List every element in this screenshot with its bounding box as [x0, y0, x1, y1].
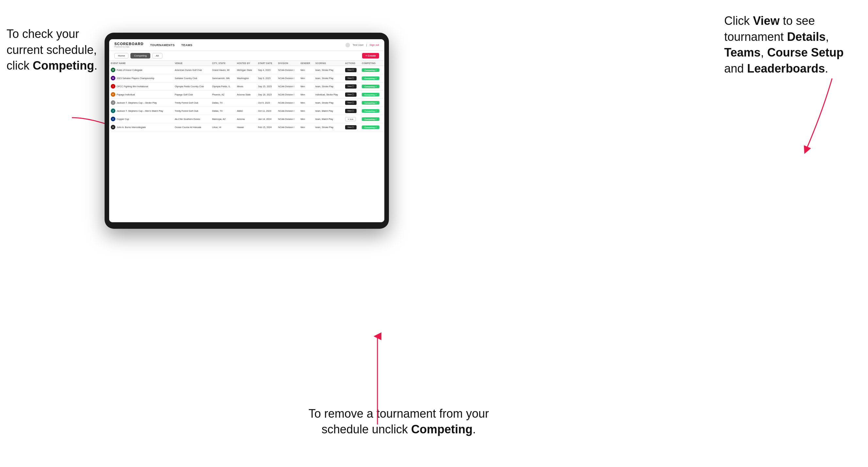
col-actions: ACTIONS [343, 61, 360, 66]
cell-event-name: PPapago Individual [109, 91, 173, 99]
nav-signout[interactable]: Sign out [370, 43, 379, 46]
view-button[interactable]: View ⓘ [345, 109, 356, 113]
competing-button[interactable]: Competing ✓ [362, 117, 379, 121]
view-button[interactable]: View ⓘ [345, 76, 356, 81]
cell-venue: American Dunes Golf Club [173, 66, 211, 74]
col-start-date: START DATE [256, 61, 277, 66]
logo-subtitle: Powered by clipp [114, 46, 144, 48]
cell-gender: Men [299, 66, 314, 74]
annotation-coursesetup-bold: Course Setup [767, 46, 843, 59]
cell-division: NCAA Division I [277, 107, 299, 115]
event-name-text: Copper Cup [117, 118, 129, 120]
competing-button[interactable]: Competing ✓ [362, 93, 379, 96]
cell-city: Maricopa, AZ [211, 115, 235, 123]
tab-home[interactable]: Home [114, 53, 128, 59]
cell-city: Phoenix, AZ [211, 91, 235, 99]
view-button[interactable]: View ⓘ [345, 101, 356, 105]
cell-event-name: JJackson T. Stephens Cup – Men's Match P… [109, 107, 173, 115]
cell-venue: Trinity Forest Golf Club [173, 99, 211, 107]
cell-division: NCAA Division I [277, 115, 299, 123]
table-row: JJackson T. Stephens Cup – Men's Match P… [109, 107, 384, 115]
event-name-text: Jackson T. Stephens Cup – Stroke Play [117, 102, 157, 104]
competing-button[interactable]: Competing ✓ [362, 68, 379, 72]
cell-competing: Competing ✓ [360, 123, 384, 131]
event-name-text: 2023 Sahalee Players Championship [117, 77, 154, 80]
cell-gender: Men [299, 99, 314, 107]
view-button[interactable]: View ⓘ [345, 125, 356, 129]
event-name-text: John A. Burns Intercollegiate [117, 126, 146, 128]
tablet-device: SCOREBOARD Powered by clipp TOURNAMENTS … [104, 33, 389, 229]
table-row: ACopper CupAk-Chin Southern DunesMaricop… [109, 115, 384, 123]
col-hosted-by: HOSTED BY [235, 61, 256, 66]
col-gender: GENDER [299, 61, 314, 66]
cell-hosted: Arizona [235, 115, 256, 123]
cell-actions: View ⓘ [343, 107, 360, 115]
cell-actions: View ⓘ [343, 82, 360, 91]
team-logo: J [111, 108, 115, 113]
cell-competing: Competing ✓ [360, 74, 384, 82]
cell-start-date: Sep 4, 2023 [256, 66, 277, 74]
annotation-details-bold: Details [787, 30, 826, 43]
cell-scoring: team, Match Play [314, 115, 343, 123]
edit-button[interactable]: ✏ Edit [345, 117, 356, 121]
cell-event-name: HJohn A. Burns Intercollegiate [109, 123, 173, 131]
col-venue: VENUE [173, 61, 211, 66]
cell-division: NCAA Division I [277, 66, 299, 74]
tab-competing[interactable]: Competing [130, 53, 150, 59]
cell-division: NCAA Division I [277, 82, 299, 91]
cell-competing: Competing ✓ [360, 66, 384, 74]
nav-bar: SCOREBOARD Powered by clipp TOURNAMENTS … [109, 39, 384, 51]
cell-scoring: team, Stroke Play [314, 123, 343, 131]
cell-gender: Men [299, 91, 314, 99]
team-logo: J [111, 100, 115, 105]
cell-city: Dallas, TX [211, 99, 235, 107]
cell-venue: Sahalee Country Club [173, 74, 211, 82]
table-row: W2023 Sahalee Players ChampionshipSahale… [109, 74, 384, 82]
cell-city: Dallas, TX [211, 107, 235, 115]
tournaments-table: EVENT NAME VENUE CITY, STATE HOSTED BY S… [109, 61, 384, 131]
team-logo: M [111, 68, 115, 72]
competing-button[interactable]: Competing ✓ [362, 76, 379, 80]
cell-venue: Ocean Course At Hokuala [173, 123, 211, 131]
cell-actions: ✏ Edit [343, 115, 360, 123]
view-button[interactable]: View ⓘ [345, 68, 356, 72]
table-row: JJackson T. Stephens Cup – Stroke PlayTr… [109, 99, 384, 107]
table-row: HJohn A. Burns IntercollegiateOcean Cour… [109, 123, 384, 131]
cell-gender: Men [299, 82, 314, 91]
cell-hosted: Washington [235, 74, 256, 82]
competing-button[interactable]: Competing ✓ [362, 125, 379, 129]
cell-scoring: team, Stroke Play [314, 66, 343, 74]
cell-actions: View ⓘ [343, 123, 360, 131]
nav-tournaments[interactable]: TOURNAMENTS [150, 43, 175, 47]
team-logo: H [111, 125, 115, 129]
nav-teams[interactable]: TEAMS [181, 43, 192, 47]
tab-all[interactable]: All [152, 53, 162, 59]
cell-start-date: Sep 15, 2023 [256, 82, 277, 91]
cell-actions: View ⓘ [343, 74, 360, 82]
create-button[interactable]: + Create [362, 53, 379, 59]
user-icon [345, 43, 350, 48]
competing-button[interactable]: Competing ✓ [362, 101, 379, 104]
cell-actions: View ⓘ [343, 91, 360, 99]
competing-button[interactable]: Competing ✓ [362, 85, 379, 88]
cell-city: Sammamish, WA [211, 74, 235, 82]
cell-event-name: IOFCC Fighting Illini Invitational [109, 82, 173, 91]
event-name-text: Jackson T. Stephens Cup – Men's Match Pl… [117, 110, 163, 112]
cell-gender: Men [299, 115, 314, 123]
view-button[interactable]: View ⓘ [345, 92, 356, 97]
cell-venue: Papago Golf Club [173, 91, 211, 99]
view-button[interactable]: View ⓘ [345, 84, 356, 89]
cell-gender: Men [299, 107, 314, 115]
annotation-bottom-competing-bold: Competing [411, 423, 472, 436]
team-logo: I [111, 84, 115, 89]
cell-city: Lihue, HI [211, 123, 235, 131]
col-competing: COMPETING [360, 61, 384, 66]
cell-city: Grand Haven, MI [211, 66, 235, 74]
annotation-top-left: To check your current schedule, click Co… [6, 26, 118, 74]
competing-button[interactable]: Competing ✓ [362, 109, 379, 113]
cell-start-date: Sep 18, 2023 [256, 91, 277, 99]
table-row: MFolds of Honor CollegiateAmerican Dunes… [109, 66, 384, 74]
cell-hosted: ABAC [235, 107, 256, 115]
cell-event-name: ACopper Cup [109, 115, 173, 123]
annotation-leaderboards-bold: Leaderboards [747, 62, 825, 75]
